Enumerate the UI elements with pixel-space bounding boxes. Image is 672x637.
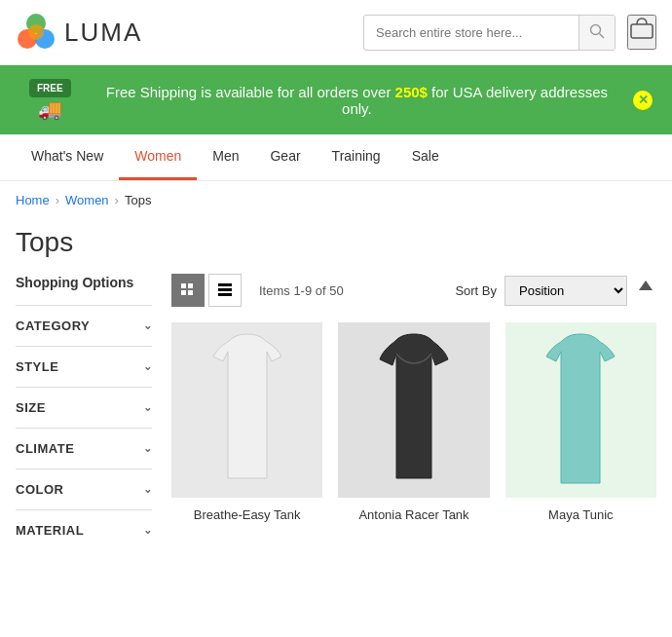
filter-material-header[interactable]: MATERIAL ⌄ — [16, 510, 152, 550]
cart-button[interactable] — [627, 15, 656, 50]
items-count: Items 1-9 of 50 — [259, 283, 344, 298]
sort-select[interactable]: Position Product Name Price — [504, 276, 627, 306]
list-icon — [218, 283, 232, 297]
svg-line-5 — [600, 33, 605, 38]
svg-rect-9 — [181, 290, 186, 295]
filter-size-header[interactable]: SIZE ⌄ — [16, 388, 152, 428]
cart-icon — [629, 17, 654, 42]
filter-category-header[interactable]: CATEGORY ⌄ — [16, 306, 152, 346]
svg-rect-10 — [188, 290, 193, 295]
sidebar-title: Shopping Options — [16, 274, 152, 291]
sort-area: Sort By Position Product Name Price — [455, 276, 656, 306]
sort-label: Sort By — [455, 283, 497, 298]
svg-point-3 — [28, 24, 44, 40]
product-grid: Breathe-Easy Tank Antonia Racer Tank — [171, 322, 656, 522]
nav-link-training[interactable]: Training — [317, 134, 396, 177]
product-image — [338, 322, 489, 498]
product-silhouette — [208, 332, 286, 488]
grid-icon — [181, 283, 195, 297]
toolbar-left: Items 1-9 of 50 — [171, 274, 344, 307]
filter-style: STYLE ⌄ — [16, 346, 152, 387]
filter-style-header[interactable]: STYLE ⌄ — [16, 347, 152, 387]
filter-color: COLOR ⌄ — [16, 468, 152, 509]
free-label: FREE — [29, 79, 71, 97]
breadcrumb: Home › Women › Tops — [0, 181, 672, 219]
chevron-down-icon: ⌄ — [143, 360, 153, 373]
nav-item-women: Women — [119, 134, 197, 180]
nav-link-women[interactable]: Women — [119, 134, 197, 180]
logo-icon — [16, 12, 56, 53]
search-button[interactable] — [579, 16, 615, 50]
product-image-wrap[interactable] — [505, 322, 656, 498]
nav-link-men[interactable]: Men — [197, 134, 254, 177]
filter-style-label: STYLE — [16, 359, 58, 374]
main-content: Shopping Options CATEGORY ⌄ STYLE ⌄ SIZE… — [0, 274, 672, 550]
filter-size: SIZE ⌄ — [16, 387, 152, 428]
logo: LUMA — [16, 12, 142, 53]
breadcrumb-sep-1: › — [56, 193, 59, 207]
breadcrumb-women[interactable]: Women — [65, 193, 109, 207]
nav-item-men: Men — [197, 134, 254, 180]
search-icon — [589, 23, 605, 39]
sidebar: Shopping Options CATEGORY ⌄ STYLE ⌄ SIZE… — [16, 274, 152, 550]
search-bar — [363, 15, 616, 51]
product-card: Maya Tunic — [505, 322, 656, 522]
banner-text-before: Free Shipping is available for all order… — [106, 84, 395, 100]
chevron-down-icon: ⌄ — [143, 319, 153, 332]
breadcrumb-home[interactable]: Home — [16, 193, 50, 207]
nav-link-gear[interactable]: Gear — [254, 134, 316, 177]
main-nav: What's New Women Men Gear Training Sale — [0, 134, 672, 181]
filter-material-label: MATERIAL — [16, 523, 84, 538]
svg-rect-7 — [181, 283, 186, 288]
products-area: Items 1-9 of 50 Sort By Position Product… — [171, 274, 656, 550]
logo-text: LUMA — [64, 18, 142, 48]
page-title: Tops — [0, 219, 672, 274]
view-mode-switcher — [171, 274, 242, 307]
filter-climate-label: CLIMATE — [16, 441, 74, 456]
product-name[interactable]: Antonia Racer Tank — [338, 507, 489, 522]
nav-link-whats-new[interactable]: What's New — [16, 134, 119, 177]
banner-amount: 250$ — [395, 84, 428, 100]
svg-marker-14 — [639, 281, 653, 290]
truck-badge: FREE 🚚 — [19, 79, 81, 121]
sort-direction-button[interactable] — [635, 277, 656, 304]
breadcrumb-current: Tops — [125, 193, 151, 207]
svg-rect-13 — [218, 293, 232, 296]
header-right — [363, 15, 656, 51]
svg-rect-6 — [631, 24, 653, 38]
products-toolbar: Items 1-9 of 50 Sort By Position Product… — [171, 274, 656, 307]
view-grid-button[interactable] — [171, 274, 205, 307]
svg-rect-12 — [218, 288, 232, 291]
product-image-wrap[interactable] — [338, 322, 489, 498]
chevron-down-icon: ⌄ — [143, 483, 153, 496]
svg-point-4 — [591, 24, 601, 34]
breadcrumb-sep-2: › — [115, 193, 119, 207]
filter-color-label: COLOR — [16, 482, 63, 497]
filter-category: CATEGORY ⌄ — [16, 305, 152, 346]
product-silhouette — [541, 332, 619, 488]
svg-rect-11 — [218, 283, 232, 286]
product-card: Breathe-Easy Tank — [171, 322, 322, 522]
header: LUMA — [0, 0, 672, 65]
product-image — [505, 322, 656, 498]
product-name[interactable]: Breathe-Easy Tank — [171, 507, 322, 522]
product-name[interactable]: Maya Tunic — [505, 507, 656, 522]
search-input[interactable] — [364, 18, 579, 48]
banner-text: Free Shipping is available for all order… — [91, 84, 623, 117]
chevron-down-icon: ⌄ — [143, 442, 153, 455]
filter-size-label: SIZE — [16, 400, 46, 415]
nav-item-gear: Gear — [254, 134, 316, 180]
nav-list: What's New Women Men Gear Training Sale — [0, 134, 672, 180]
filter-climate-header[interactable]: CLIMATE ⌄ — [16, 429, 152, 468]
product-image-wrap[interactable] — [171, 322, 322, 498]
product-silhouette — [375, 332, 453, 488]
view-list-button[interactable] — [208, 274, 242, 307]
filter-material: MATERIAL ⌄ — [16, 509, 152, 550]
close-banner-button[interactable]: ✕ — [633, 91, 653, 110]
nav-link-sale[interactable]: Sale — [396, 134, 455, 177]
chevron-down-icon: ⌄ — [143, 401, 153, 414]
sort-asc-icon — [639, 281, 653, 296]
filter-color-header[interactable]: COLOR ⌄ — [16, 469, 152, 509]
svg-rect-8 — [188, 283, 193, 288]
nav-item-training: Training — [317, 134, 396, 180]
